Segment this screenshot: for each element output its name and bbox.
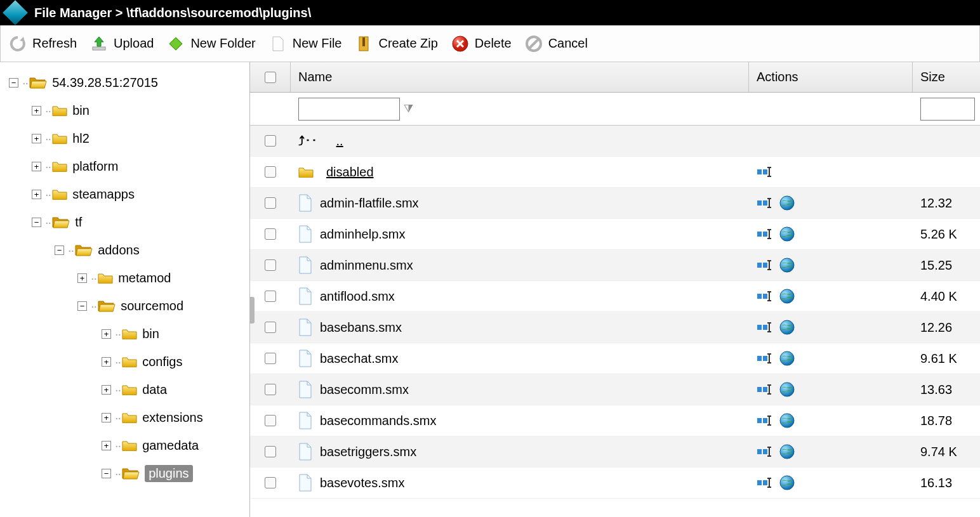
file-row[interactable]: disabled — [250, 157, 980, 188]
globe-icon[interactable] — [779, 195, 795, 211]
collapse-icon[interactable]: − — [32, 218, 41, 227]
file-row[interactable]: admin-flatfile.smx 12.32 — [250, 188, 980, 219]
create-zip-button[interactable]: Create Zip — [355, 36, 437, 52]
globe-icon[interactable] — [779, 444, 795, 459]
globe-icon[interactable] — [779, 258, 795, 273]
tree-node-steamapps[interactable]: +··steamapps — [0, 180, 249, 208]
rename-icon[interactable] — [757, 228, 774, 240]
row-checkbox[interactable] — [265, 446, 276, 457]
delete-button[interactable]: Delete — [452, 36, 512, 52]
file-row[interactable]: basevotes.smx 16.13 — [250, 468, 980, 499]
expand-icon[interactable]: + — [102, 413, 111, 422]
file-row[interactable]: basecomm.smx 13.63 — [250, 374, 980, 405]
tree-root[interactable]: − ·· 54.39.28.51:27015 — [0, 69, 249, 96]
rename-icon[interactable] — [757, 415, 774, 426]
rename-icon[interactable] — [757, 384, 774, 395]
tree-node-tf[interactable]: −··tf — [0, 208, 249, 236]
folder-icon — [122, 384, 137, 395]
splitter-handle[interactable] — [250, 297, 255, 324]
expand-icon[interactable]: + — [32, 190, 41, 199]
tree-node-data[interactable]: +··data — [0, 376, 249, 403]
file-row[interactable]: adminmenu.smx 15.25 — [250, 250, 980, 281]
collapse-icon[interactable]: − — [77, 301, 87, 311]
globe-icon[interactable] — [779, 382, 795, 397]
row-checkbox[interactable] — [265, 415, 276, 426]
file-icon — [298, 318, 312, 336]
row-checkbox[interactable] — [265, 353, 276, 364]
expand-icon[interactable]: + — [77, 273, 87, 283]
column-actions[interactable]: Actions — [749, 62, 913, 92]
filter-icon[interactable]: ⧩ — [404, 102, 413, 115]
collapse-icon[interactable]: − — [55, 245, 64, 255]
up-directory-row[interactable]: ⤴‥ .. — [250, 126, 980, 157]
collapse-icon[interactable]: − — [102, 469, 111, 478]
file-row[interactable]: basetriggers.smx 9.74 K — [250, 436, 980, 468]
select-all-checkbox[interactable] — [265, 72, 276, 83]
globe-icon[interactable] — [779, 320, 795, 335]
rename-icon[interactable] — [757, 197, 774, 209]
new-file-button[interactable]: New File — [270, 36, 342, 52]
expand-icon[interactable]: + — [102, 441, 111, 450]
rename-icon[interactable] — [757, 291, 774, 302]
refresh-button[interactable]: Refresh — [10, 36, 77, 52]
file-row[interactable]: adminhelp.smx 5.26 K — [250, 219, 980, 250]
file-row[interactable]: basechat.smx 9.61 K — [250, 343, 980, 374]
cancel-button[interactable]: Cancel — [526, 36, 588, 52]
tree-node-plugins[interactable]: −··plugins — [0, 459, 249, 487]
row-checkbox[interactable] — [265, 384, 276, 395]
file-row[interactable]: basebans.smx 12.26 — [250, 312, 980, 343]
expand-icon[interactable]: + — [102, 357, 111, 367]
file-row[interactable]: basecommands.smx 18.78 — [250, 405, 980, 436]
globe-icon[interactable] — [779, 289, 795, 304]
new-folder-button[interactable]: New Folder — [168, 36, 255, 52]
folder-icon — [122, 328, 137, 339]
expand-icon[interactable]: + — [32, 162, 41, 171]
expand-icon[interactable]: + — [102, 385, 111, 395]
globe-icon[interactable] — [779, 413, 795, 428]
rename-icon[interactable] — [757, 353, 774, 364]
tree-node-hl2[interactable]: +··hl2 — [0, 124, 249, 152]
rename-icon[interactable] — [757, 477, 774, 488]
row-checkbox[interactable] — [265, 197, 276, 209]
rename-icon[interactable] — [757, 322, 774, 333]
tree-node-gamedata[interactable]: +··gamedata — [0, 431, 249, 459]
breadcrumb-path: \tf\addons\sourcemod\plugins\ — [126, 6, 311, 20]
tree-node-extensions[interactable]: +··extensions — [0, 403, 249, 431]
upload-button[interactable]: Upload — [91, 36, 154, 52]
row-checkbox[interactable] — [265, 477, 276, 488]
file-name: admin-flatfile.smx — [320, 196, 419, 211]
row-checkbox[interactable] — [265, 228, 276, 240]
expand-icon[interactable]: + — [102, 329, 111, 339]
expand-icon[interactable]: + — [32, 106, 41, 115]
column-name[interactable]: Name — [291, 62, 749, 92]
collapse-icon[interactable]: − — [9, 78, 18, 88]
size-filter-input[interactable] — [920, 98, 975, 121]
row-checkbox[interactable] — [265, 259, 276, 271]
rename-icon[interactable] — [757, 166, 774, 178]
row-checkbox[interactable] — [265, 166, 276, 178]
folder-open-icon — [52, 216, 70, 228]
folder-open-icon — [75, 244, 93, 256]
column-size[interactable]: Size — [913, 62, 980, 92]
row-checkbox[interactable] — [265, 291, 276, 302]
expand-icon[interactable]: + — [32, 134, 41, 143]
tree-node-configs[interactable]: +··configs — [0, 348, 249, 376]
row-checkbox[interactable] — [265, 135, 276, 147]
tree-node-sourcemod[interactable]: −··sourcemod — [0, 292, 249, 320]
row-checkbox[interactable] — [265, 322, 276, 333]
file-row[interactable]: antiflood.smx 4.40 K — [250, 281, 980, 312]
tree-node-bin[interactable]: +··bin — [0, 320, 249, 348]
tree-node-platform[interactable]: +··platform — [0, 152, 249, 180]
tree-node-addons[interactable]: −··addons — [0, 236, 249, 264]
folder-icon — [52, 188, 67, 200]
tree-node-metamod[interactable]: +··metamod — [0, 264, 249, 292]
tree-node-bin[interactable]: +··bin — [0, 96, 249, 124]
rename-icon[interactable] — [757, 259, 774, 271]
filter-row: ⧩ — [250, 93, 980, 126]
name-filter-input[interactable] — [298, 98, 400, 121]
file-size: 12.32 — [913, 188, 980, 218]
globe-icon[interactable] — [779, 475, 795, 490]
rename-icon[interactable] — [757, 446, 774, 457]
globe-icon[interactable] — [779, 226, 795, 242]
globe-icon[interactable] — [779, 351, 795, 366]
